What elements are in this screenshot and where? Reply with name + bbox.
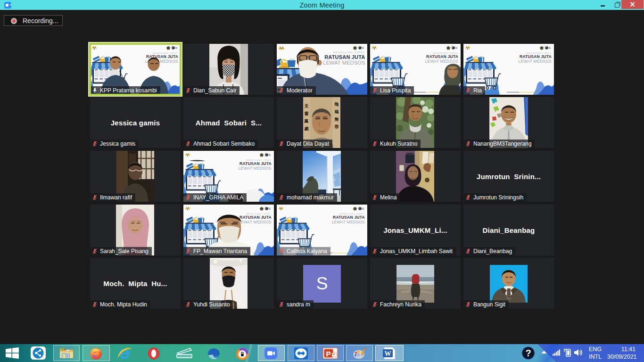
- svg-text:稿: 稿: [334, 109, 339, 114]
- svg-text:天: 天: [304, 104, 309, 108]
- svg-text:W: W: [385, 350, 391, 357]
- svg-text:拖: 拖: [334, 102, 339, 107]
- svg-text:P: P: [326, 350, 330, 358]
- svg-text:窗: 窗: [305, 111, 309, 116]
- svg-text:萬: 萬: [304, 119, 309, 123]
- svg-text:?: ?: [525, 348, 531, 358]
- svg-text:罪: 罪: [334, 124, 339, 129]
- svg-text:歲: 歲: [304, 126, 309, 131]
- svg-text:無: 無: [334, 117, 339, 122]
